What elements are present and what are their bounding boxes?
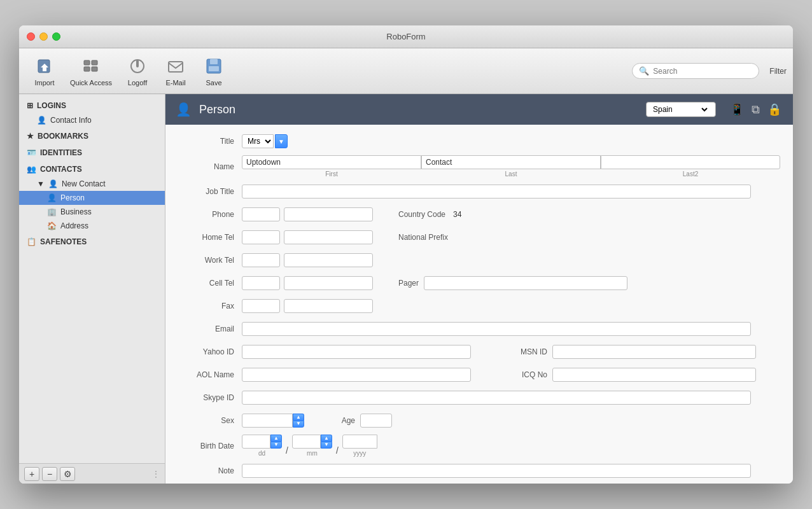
yahoo-msn-row: Yahoo ID MSN ID [178, 343, 780, 361]
copy-button[interactable]: ⧉ [750, 102, 761, 118]
contacts-label: CONTACTS [40, 165, 82, 174]
contact-info-icon: 👤 [37, 116, 46, 125]
birth-mm-input[interactable] [292, 435, 321, 449]
remove-button[interactable]: − [42, 467, 57, 481]
birth-yyyy-inner [342, 435, 377, 449]
title-label: Title [178, 137, 242, 146]
pager-input[interactable] [424, 276, 627, 290]
email-input[interactable] [242, 322, 751, 336]
first-name-input[interactable] [242, 155, 421, 169]
birth-date-label: Birth Date [178, 442, 242, 450]
search-box[interactable]: 🔍 [632, 63, 759, 79]
cell-tel-number-input[interactable] [284, 276, 373, 290]
age-input[interactable] [360, 414, 392, 428]
gear-button[interactable]: ⚙ [60, 467, 75, 481]
birth-yyyy-input[interactable] [342, 435, 377, 449]
birth-dd-up[interactable]: ▲ [270, 435, 282, 442]
title-select-wrap: Mrs Mr Ms Dr ▼ [242, 134, 288, 148]
birth-date-row: Birth Date ▲ ▼ dd / [178, 435, 780, 457]
sidebar-item-contact-info[interactable]: 👤 Contact Info [19, 113, 165, 127]
svg-rect-5 [92, 67, 97, 71]
sidebar-section-bookmarks: ★ BOOKMARKS [19, 129, 165, 144]
phone-number-input[interactable] [284, 207, 373, 221]
msn-id-label: MSN ID [496, 347, 547, 356]
new-contact-icon2: 👤 [48, 179, 58, 188]
logoff-button[interactable]: Logoff [118, 52, 157, 90]
last2-name-input[interactable] [601, 155, 780, 169]
mobile-view-button[interactable]: 📱 [729, 101, 745, 118]
safenotes-label: SAFENOTES [40, 237, 87, 246]
fax-number-input[interactable] [284, 299, 373, 313]
contacts-icon: 👥 [27, 165, 36, 174]
sidebar-item-address[interactable]: 🏠 Address [19, 219, 165, 233]
yahoo-id-label: Yahoo ID [178, 347, 242, 356]
msn-id-input[interactable] [552, 345, 756, 359]
last-name-input[interactable] [421, 155, 601, 169]
add-button[interactable]: + [24, 467, 39, 481]
title-select[interactable]: Mrs Mr Ms Dr [242, 134, 274, 148]
icq-no-input[interactable] [552, 368, 756, 382]
birth-mm-down[interactable]: ▼ [321, 442, 332, 449]
sex-stepper-up[interactable]: ▲ [293, 414, 304, 421]
import-button[interactable]: Import [25, 52, 64, 90]
birth-mm-wrap: ▲ ▼ mm [292, 435, 332, 457]
aol-name-input[interactable] [242, 368, 471, 382]
bookmarks-label: BOOKMARKS [38, 132, 88, 141]
sex-stepper-down[interactable]: ▼ [293, 421, 304, 428]
birth-dd-input[interactable] [242, 435, 270, 449]
home-tel-row: Home Tel National Prefix [178, 228, 780, 246]
country-dropdown[interactable]: Spain United States Germany France [646, 102, 716, 117]
form-header: 👤 Person Spain United States Germany Fra… [165, 94, 793, 125]
sidebar-item-business[interactable]: 🏢 Business [19, 205, 165, 219]
cell-tel-area-input[interactable] [242, 276, 280, 290]
home-tel-area-input[interactable] [242, 230, 280, 244]
job-title-row: Job Title [178, 183, 780, 200]
sidebar-bookmarks-header[interactable]: ★ BOOKMARKS [19, 129, 165, 144]
sex-stepper[interactable]: ▲ ▼ [293, 414, 304, 428]
maximize-button[interactable] [52, 32, 60, 41]
import-label: Import [34, 79, 54, 87]
minimize-button[interactable] [39, 32, 48, 41]
birth-mm-stepper[interactable]: ▲ ▼ [321, 435, 332, 449]
save-button[interactable]: Save [195, 52, 233, 90]
work-tel-number-input[interactable] [284, 253, 373, 267]
sex-input[interactable] [242, 414, 293, 428]
birth-dd-down[interactable]: ▼ [270, 442, 282, 449]
phone-area-input[interactable] [242, 207, 280, 221]
country-code-label: Country Code [398, 210, 445, 219]
sidebar-identities-header[interactable]: 🪪 IDENTITIES [19, 145, 165, 160]
birth-mm-up[interactable]: ▲ [321, 435, 332, 442]
search-icon: 🔍 [639, 66, 649, 76]
birth-dd-stepper[interactable]: ▲ ▼ [270, 435, 282, 449]
fax-area-input[interactable] [242, 299, 280, 313]
note-input[interactable] [242, 464, 751, 478]
sidebar-section-contacts: 👥 CONTACTS ▼ 👤 New Contact 👤 Person 🏢 [19, 162, 165, 233]
title-dropdown-arrow[interactable]: ▼ [275, 134, 288, 148]
birth-dd-label: dd [258, 450, 265, 457]
sidebar-logins-header[interactable]: ⊞ LOGINS [19, 98, 165, 113]
sidebar-item-new-contact[interactable]: ▼ 👤 New Contact [19, 177, 165, 191]
form-body: Title Mrs Mr Ms Dr ▼ Name [165, 125, 793, 484]
sidebar-safenotes-header[interactable]: 📋 SAFENOTES [19, 234, 165, 249]
name-group: First Last Last2 [242, 155, 780, 178]
svg-rect-10 [210, 59, 218, 64]
home-tel-group [242, 230, 373, 244]
lock-button[interactable]: 🔒 [766, 101, 783, 118]
title-row: Title Mrs Mr Ms Dr ▼ [178, 132, 780, 150]
skype-id-input[interactable] [242, 391, 751, 405]
search-input[interactable] [653, 67, 752, 76]
work-tel-area-input[interactable] [242, 253, 280, 267]
sidebar-contacts-header[interactable]: 👥 CONTACTS [19, 162, 165, 177]
job-title-input[interactable] [242, 185, 751, 199]
close-button[interactable] [27, 32, 35, 41]
email-button[interactable]: E-Mail [157, 52, 195, 90]
svg-rect-4 [92, 60, 97, 65]
home-tel-number-input[interactable] [284, 230, 373, 244]
yahoo-id-input[interactable] [242, 345, 471, 359]
sidebar-item-person[interactable]: 👤 Person [19, 191, 165, 205]
header-actions: 📱 ⧉ 🔒 [729, 101, 783, 118]
quick-access-button[interactable]: Quick Access [64, 52, 118, 90]
phone-label: Phone [178, 210, 242, 219]
work-tel-label: Work Tel [178, 256, 242, 265]
country-select[interactable]: Spain United States Germany France [650, 104, 710, 115]
